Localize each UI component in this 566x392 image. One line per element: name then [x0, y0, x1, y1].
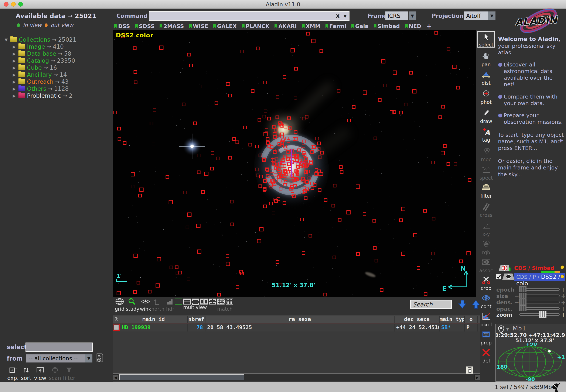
col-extra[interactable]: o	[465, 316, 478, 323]
scrollbar-thumb[interactable]	[119, 374, 244, 380]
layer-row-dss2[interactable]: CDS / P / DSS2 / colo	[496, 273, 565, 280]
view-tool-north[interactable]: north	[151, 298, 164, 312]
from-caret-icon[interactable]: ▼	[85, 354, 92, 363]
slider-plus-button[interactable]: +	[561, 299, 566, 306]
expander-icon[interactable]: ▶	[12, 93, 16, 98]
slider-thumb[interactable]	[539, 311, 546, 318]
col-ra_sexa[interactable]: ra_sexa	[205, 316, 394, 323]
tool-moc[interactable]: moc	[476, 147, 496, 162]
expander-icon[interactable]: ▶	[12, 44, 16, 49]
survey-WISE[interactable]: WISE	[189, 23, 208, 29]
tool-crop[interactable]: crop	[476, 275, 496, 291]
table-row[interactable]: HD 1999397820 58 43.49525+44 24 52.4510S…	[113, 323, 480, 332]
view-tool-wink[interactable]: wink	[139, 298, 152, 312]
slider-plus-button[interactable]: +	[561, 311, 566, 318]
bottom-tool-view[interactable]: view	[34, 366, 47, 381]
view-tool-study[interactable]: study	[126, 298, 138, 312]
bottom-tool-exp[interactable]: exp.	[6, 366, 20, 381]
bottom-tool-sort[interactable]: sort	[20, 366, 33, 381]
tree-item-ancillary[interactable]: ▶Ancillary→14	[12, 71, 67, 78]
clear-command-icon[interactable]: x	[336, 13, 339, 19]
search-input[interactable]: Search	[410, 300, 452, 309]
frame-select[interactable]: ICRS ▼	[385, 11, 416, 20]
slider-plus-button[interactable]: +	[561, 286, 566, 293]
search-next-icon[interactable]	[457, 299, 467, 310]
detach-table-icon[interactable]	[466, 366, 473, 374]
expander-icon[interactable]: ▶	[12, 65, 16, 70]
scroll-left-arrow-icon[interactable]: ◀	[113, 374, 118, 380]
tree-item-data-base[interactable]: ▶Data base→58	[12, 50, 71, 57]
tool-dist[interactable]: dist	[476, 70, 496, 86]
slider-opac[interactable]: opac.−+	[496, 306, 565, 312]
tool-cont[interactable]: cont	[476, 294, 496, 309]
tool-draw[interactable]: draw	[476, 108, 496, 124]
frame-caret-icon[interactable]: ▼	[408, 12, 416, 20]
tool-filter[interactable]: filter	[476, 183, 496, 199]
multiview-mode-2[interactable]	[183, 299, 191, 305]
expander-icon[interactable]: ▶	[12, 51, 16, 56]
projection-select[interactable]: Aitoff ▼	[464, 11, 496, 20]
slider-plus-button[interactable]: +	[561, 293, 566, 300]
tree-item-cube[interactable]: ▶Cube→16	[12, 64, 57, 71]
multiview-mode-5[interactable]	[209, 299, 216, 305]
scroll-right-arrow-icon[interactable]: ▶	[474, 374, 480, 380]
survey-Fermi[interactable]: Fermi	[325, 23, 346, 29]
add-survey-button[interactable]: +	[426, 23, 432, 30]
more-text-arrow-icon[interactable]: ▶	[560, 138, 563, 143]
survey-SDSS[interactable]: SDSS	[135, 23, 155, 29]
sky-canvas[interactable]	[113, 30, 476, 297]
target-name[interactable]: M51	[512, 324, 526, 332]
expander-icon[interactable]: ▶	[12, 86, 16, 91]
slider-size[interactable]: size−+	[496, 293, 565, 299]
survey-DSS[interactable]: DSS	[114, 23, 130, 29]
tool-rgb[interactable]: rgb	[476, 239, 496, 255]
multiview-mode-4[interactable]	[200, 299, 208, 305]
command-input[interactable]: x ▼	[149, 11, 349, 21]
tree-item-outreach[interactable]: ▶Outreach→43	[12, 78, 69, 85]
survey-AKARI[interactable]: AKARI	[275, 23, 297, 29]
slider-dens[interactable]: dens.−+	[496, 299, 565, 305]
projection-caret-icon[interactable]: ▼	[488, 12, 495, 20]
expander-icon[interactable]: ▶	[12, 58, 16, 63]
tool-cross[interactable]: cross	[476, 202, 496, 218]
slider-thumb[interactable]	[519, 286, 526, 292]
tool-assoc[interactable]: assoc	[476, 258, 496, 273]
col-nbref[interactable]: nbref	[188, 316, 205, 323]
row-checkbox[interactable]	[113, 324, 120, 331]
survey-GALEX[interactable]: GALEX	[213, 23, 237, 29]
layer-checkbox[interactable]	[496, 274, 501, 280]
new-list-icon[interactable]	[96, 353, 104, 362]
col-dec_sexa[interactable]: dec_sexa	[394, 316, 440, 323]
slider-thumb[interactable]	[519, 299, 526, 305]
slider-minus-button[interactable]: −	[514, 286, 519, 293]
allsky-sphere-icon[interactable]: +90 -90 180 +18	[497, 343, 565, 381]
view-tool-grid[interactable]: grid	[114, 298, 126, 312]
tree-item-others[interactable]: ▶Others→1128	[12, 85, 69, 92]
col-main_type[interactable]: main_type	[440, 316, 465, 323]
from-collections-select[interactable]: -- all collections -- ▼	[26, 354, 93, 363]
survey-XMM[interactable]: XMM	[302, 23, 320, 29]
expander-icon[interactable]: ▶	[12, 79, 16, 84]
tree-item-problematic[interactable]: ▶Problematic→2	[12, 92, 73, 99]
tool-pan[interactable]: pan	[476, 52, 496, 67]
command-history-caret-icon[interactable]: ▼	[344, 13, 347, 18]
survey-Gaia[interactable]: Gaia	[351, 23, 369, 29]
layer-row-simbad[interactable]: CDS / Simbad	[498, 265, 565, 272]
slider-minus-button[interactable]: −	[514, 299, 519, 306]
tree-item-catalog[interactable]: ▶Catalog→23350	[12, 57, 75, 64]
survey-NED[interactable]: NED	[405, 23, 421, 29]
tool-phot[interactable]: phot	[476, 89, 496, 105]
target-caret-icon[interactable]: ▼	[506, 327, 509, 331]
table-hscrollbar[interactable]: ◀ ▶	[113, 374, 480, 381]
slider-minus-button[interactable]: −	[514, 311, 519, 318]
multiview-mode-1[interactable]	[175, 299, 182, 305]
slider-minus-button[interactable]: −	[514, 293, 519, 300]
slider-zoom[interactable]: zoom−+	[496, 312, 565, 318]
survey-Simbad[interactable]: Simbad	[374, 23, 400, 29]
slider-thumb[interactable]	[519, 293, 526, 299]
layer-status-ball-icon[interactable]	[561, 275, 564, 278]
layer-status-ball-icon[interactable]	[561, 266, 564, 269]
bottom-tool-scan[interactable]: scan	[48, 366, 62, 381]
tool-xy[interactable]: x-y	[476, 221, 496, 237]
tool-tag[interactable]: Atag	[476, 127, 496, 143]
